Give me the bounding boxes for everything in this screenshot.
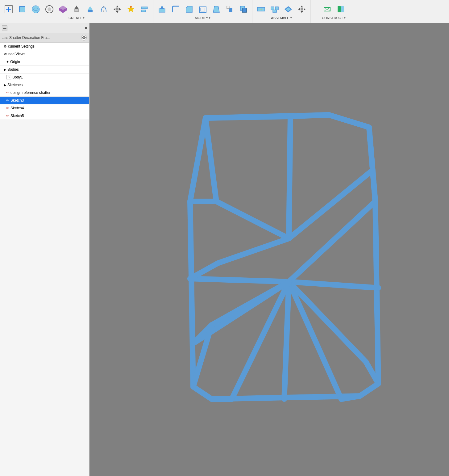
svg-marker-16: [116, 6, 118, 7]
svg-rect-36: [261, 7, 265, 11]
rigid-group-button[interactable]: [268, 3, 281, 15]
plane-button[interactable]: [321, 3, 333, 15]
sketch5-label: Sketch5: [10, 114, 24, 118]
svg-line-66: [289, 282, 366, 362]
svg-line-55: [289, 115, 329, 116]
create-label[interactable]: CREATE ▾: [69, 16, 85, 20]
sidebar-item-sketches[interactable]: ▶ Sketches: [0, 81, 89, 89]
eye-icon-button[interactable]: [81, 35, 87, 40]
assemble-group: ASSEMBLE ▾: [252, 0, 311, 23]
modify-text: MODIFY: [195, 16, 208, 20]
svg-rect-47: [301, 8, 303, 11]
modify-label[interactable]: MODIFY ▾: [195, 16, 211, 20]
shell-button[interactable]: [197, 3, 209, 15]
svg-marker-14: [88, 6, 93, 10]
svg-line-62: [190, 279, 289, 282]
svg-line-56: [289, 116, 290, 238]
construct-label[interactable]: CONSTRUCT ▾: [322, 16, 346, 20]
combine-button[interactable]: [237, 3, 250, 15]
modify-icons: [156, 3, 250, 15]
circle-button[interactable]: [43, 3, 56, 15]
sidebar-title-row: ass Shatter Decoration Fra...: [0, 33, 89, 43]
body-indicator-icon: □: [6, 75, 11, 79]
sidebar-item-origin[interactable]: ✦ Origin: [0, 58, 89, 66]
construct-icons: [321, 3, 347, 15]
fillet-button[interactable]: [169, 3, 182, 15]
svg-rect-13: [88, 10, 93, 12]
sketch-pencil-icon: ✏: [6, 91, 9, 95]
scale-button[interactable]: [224, 3, 236, 15]
svg-rect-20: [116, 8, 118, 11]
sidebar-item-document-settings[interactable]: ⚙ cument Settings: [0, 43, 89, 50]
star-button[interactable]: [125, 3, 137, 15]
svg-marker-44: [301, 11, 303, 13]
create-sketch-button[interactable]: [16, 3, 28, 15]
svg-rect-39: [275, 7, 278, 10]
svg-marker-46: [304, 8, 306, 11]
extrude-button[interactable]: [70, 3, 83, 15]
svg-marker-12: [75, 6, 78, 9]
svg-rect-24: [141, 10, 146, 12]
named-views-label: ned Views: [8, 52, 25, 56]
sketches-icon: ▶: [4, 83, 6, 87]
create-icons: [2, 3, 151, 15]
svg-rect-28: [199, 7, 206, 12]
sketch5-icon: ✏: [6, 114, 9, 118]
shape-button[interactable]: [30, 3, 42, 15]
svg-line-65: [289, 282, 378, 288]
svg-line-54: [206, 116, 289, 118]
sidebar-item-bodies[interactable]: ▶ Bodies: [0, 66, 89, 74]
draft-button[interactable]: [210, 3, 222, 15]
construct-group: CONSTRUCT ▾: [311, 0, 357, 23]
axis-button[interactable]: [335, 3, 347, 15]
svg-line-71: [289, 171, 372, 238]
sidebar: — ass Shatter Decoration Fra... ⚙ cument…: [0, 23, 89, 476]
bodies-label: Bodies: [7, 67, 19, 72]
move-button[interactable]: [111, 3, 123, 15]
bodies-icon: ▶: [4, 68, 6, 72]
sidebar-item-named-views[interactable]: 👁 ned Views: [0, 50, 89, 58]
press-pull-button[interactable]: [156, 3, 168, 15]
construct-text: CONSTRUCT: [322, 16, 343, 20]
sketches-label: Sketches: [7, 83, 23, 87]
assemble-label[interactable]: ASSEMBLE ▾: [271, 16, 292, 20]
construct-arrow: ▾: [344, 16, 346, 19]
origin-icon: ✦: [6, 60, 9, 64]
sketch3-icon: ✏: [6, 98, 9, 103]
svg-rect-23: [141, 7, 148, 9]
origin-label: Origin: [10, 60, 20, 64]
svg-rect-34: [242, 8, 247, 12]
sidebar-item-sketch4[interactable]: ✏ Sketch4: [0, 104, 89, 112]
sidebar-item-sketch3[interactable]: ✏ Sketch3: [0, 97, 89, 104]
svg-point-22: [130, 6, 132, 8]
sidebar-item-body1[interactable]: □ Body1: [0, 74, 89, 81]
svg-rect-4: [20, 7, 25, 12]
gem-button[interactable]: [57, 3, 69, 15]
chamfer-button[interactable]: [183, 3, 195, 15]
sidebar-toggle[interactable]: [85, 27, 87, 29]
svg-marker-43: [301, 6, 303, 7]
svg-marker-18: [114, 8, 115, 11]
sidebar-item-design-ref[interactable]: ✏ design reference shatter: [0, 89, 89, 97]
drive-joints-button[interactable]: [282, 3, 294, 15]
move-copy-button[interactable]: [296, 3, 308, 15]
loft-button[interactable]: [84, 3, 96, 15]
svg-marker-27: [186, 6, 192, 12]
joint-button[interactable]: [255, 3, 267, 15]
svg-line-68: [284, 282, 289, 399]
sidebar-item-sketch5[interactable]: ✏ Sketch5: [0, 112, 89, 120]
sidebar-header: —: [0, 23, 89, 33]
sketch4-label: Sketch4: [10, 106, 24, 110]
modify-arrow: ▾: [209, 16, 210, 19]
new-component-button[interactable]: [2, 3, 15, 15]
minimize-button[interactable]: —: [2, 25, 7, 31]
svg-line-58: [329, 115, 369, 127]
svg-point-53: [83, 37, 85, 39]
toolbar: CREATE ▾: [0, 0, 449, 23]
main-area: — ass Shatter Decoration Fra... ⚙ cument…: [0, 23, 449, 476]
align-button[interactable]: [138, 3, 151, 15]
svg-line-64: [289, 201, 375, 282]
revolve-button[interactable]: [98, 3, 110, 15]
canvas-area[interactable]: .glass-stroke { fill: none; stroke: #5b9…: [89, 23, 449, 476]
document-settings-icon: ⚙: [4, 44, 7, 48]
